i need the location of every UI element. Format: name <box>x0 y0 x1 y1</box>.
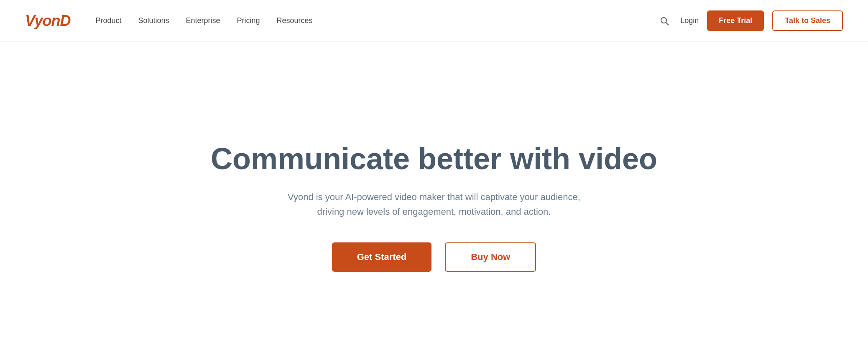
svg-point-0 <box>661 18 666 23</box>
nav-links: Product Solutions Enterprise Pricing Res… <box>95 16 657 25</box>
hero-buttons: Get Started Buy Now <box>332 242 536 272</box>
free-trial-button[interactable]: Free Trial <box>707 10 764 31</box>
nav-item-solutions[interactable]: Solutions <box>138 16 169 25</box>
nav-item-enterprise[interactable]: Enterprise <box>186 16 220 25</box>
hero-section: Communicate better with video Vyond is y… <box>0 42 868 363</box>
hero-title: Communicate better with video <box>211 142 657 176</box>
buy-now-button[interactable]: Buy Now <box>445 242 536 272</box>
get-started-button[interactable]: Get Started <box>332 242 432 272</box>
brand-logo[interactable]: VyonD <box>25 12 70 30</box>
nav-right: Login Free Trial Talk to Sales <box>657 10 843 31</box>
navbar: VyonD Product Solutions Enterprise Prici… <box>0 0 868 42</box>
login-link[interactable]: Login <box>680 16 699 25</box>
nav-item-product[interactable]: Product <box>95 16 121 25</box>
nav-item-resources[interactable]: Resources <box>277 16 313 25</box>
search-icon[interactable] <box>657 13 672 28</box>
svg-line-1 <box>666 22 669 25</box>
nav-item-pricing[interactable]: Pricing <box>237 16 260 25</box>
talk-to-sales-button[interactable]: Talk to Sales <box>772 10 843 31</box>
hero-subtitle: Vyond is your AI-powered video maker tha… <box>288 190 580 219</box>
